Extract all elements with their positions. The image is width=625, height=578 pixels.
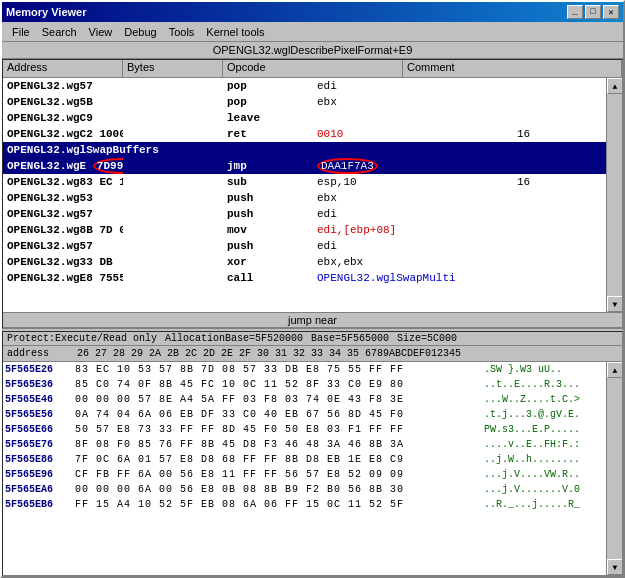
table-row[interactable]: OPENGL32.wg57 push edi [3, 206, 606, 222]
list-item[interactable]: 5F565E76 8F 08 F0 85 76 FF 8B 45 D8 F3 4… [3, 437, 606, 452]
menu-file[interactable]: File [6, 25, 36, 39]
list-item[interactable]: 5F565EB6 FF 15 A4 10 52 5F EB 08 6A 06 F… [3, 497, 606, 512]
table-row[interactable]: OPENGL32.wg57 push edi [3, 238, 606, 254]
list-item[interactable]: 5F565E86 7F 0C 6A 01 57 E8 D8 68 FF FF 8… [3, 452, 606, 467]
window-title: Memory Viewer [6, 6, 87, 18]
hex-cell-addr: 5F565E56 [5, 409, 75, 420]
list-item[interactable]: 5F565EA6 00 00 00 6A 00 56 E8 0B 08 8B B… [3, 482, 606, 497]
menu-tools[interactable]: Tools [163, 25, 201, 39]
hex-base: Base=5F565000 [311, 333, 389, 344]
hex-scroll-up[interactable]: ▲ [607, 362, 622, 378]
cell-operand: edi [313, 80, 513, 92]
cell-operand: 0010 [313, 128, 513, 140]
cell-addr: OPENGL32.wg5B [3, 96, 123, 108]
table-row[interactable]: OPENGL32.wg83 EC 10 sub esp,10 16 [3, 174, 606, 190]
cell-opcode: push [223, 192, 313, 204]
cell-comment: 16 [513, 128, 606, 140]
hex-content: 5F565E26 83 EC 10 53 57 8B 7D 08 57 33 D… [3, 362, 622, 575]
cell-opcode: ret [223, 128, 313, 140]
hex-cell-ascii: ..j.W..h........ [484, 454, 604, 465]
hex-cell-addr: 5F565E86 [5, 454, 75, 465]
scroll-track[interactable] [607, 94, 622, 296]
cell-opcode: call [223, 272, 313, 284]
cell-opcode: sub [223, 176, 313, 188]
hex-cell-ascii: ..R._...j.....R_ [484, 499, 604, 510]
cell-operand: OPENGL32.wglSwapMulti [313, 272, 513, 284]
cell-opcode: pop [223, 96, 313, 108]
cell-addr: OPENGL32.wgE8 7555FFFF [3, 272, 123, 284]
jump-near-bar: jump near [3, 312, 622, 328]
section-header-row: OPENGL32.wglSwapBuffers [3, 142, 606, 158]
minimize-button[interactable]: _ [567, 5, 583, 19]
hex-cell-addr: 5F565E66 [5, 424, 75, 435]
menu-debug[interactable]: Debug [118, 25, 162, 39]
header-opcode: Opcode [223, 60, 403, 77]
table-row[interactable]: OPENGL32.wg53 push ebx [3, 190, 606, 206]
hex-cell-bytes: 7F 0C 6A 01 57 E8 D8 68 FF FF 8B D8 EB 1… [75, 454, 484, 465]
cell-addr: OPENGL32.wg33 DB [3, 256, 123, 268]
cell-comment: 16 [513, 176, 606, 188]
hex-header: address 26 27 28 29 2A 2B 2C 2D 2E 2F 30… [3, 346, 622, 362]
jump-near-text: jump near [288, 314, 337, 326]
cell-addr: OPENGL32.wg53 [3, 192, 123, 204]
location-bar: OPENGL32.wglDescribePixelFormat+E9 [2, 42, 623, 59]
cell-opcode: leave [223, 112, 313, 124]
hex-cell-ascii: ...j.V....VW.R.. [484, 469, 604, 480]
disasm-rows[interactable]: OPENGL32.wg57 pop edi OPENGL32.wg5B pop … [3, 78, 606, 312]
hex-protect: Protect:Execute/Read only [7, 333, 157, 344]
hex-scrollbar[interactable]: ▲ ▼ [606, 362, 622, 575]
hex-cell-bytes: FF 15 A4 10 52 5F EB 08 6A 06 FF 15 0C 1… [75, 499, 484, 510]
cell-operand: DAA1F7A3 [313, 158, 513, 174]
hex-cell-addr: 5F565E76 [5, 439, 75, 450]
table-row[interactable]: OPENGL32.wg5B pop ebx [3, 94, 606, 110]
list-item[interactable]: 5F565E46 00 00 00 57 8E A4 5A FF 03 F8 0… [3, 392, 606, 407]
hex-cell-addr: 5F565E96 [5, 469, 75, 480]
cell-opcode: push [223, 240, 313, 252]
table-row-highlighted[interactable]: OPENGL32.wgE 7D994B7B jmp DAA1F7A3 [3, 158, 606, 174]
hex-cell-ascii: ..t..E....R.3... [484, 379, 604, 390]
close-button[interactable]: ✕ [603, 5, 619, 19]
table-row[interactable]: OPENGL32.wg33 DB xor ebx,ebx [3, 254, 606, 270]
hex-panel: Protect:Execute/Read only AllocationBase… [2, 331, 623, 576]
table-row[interactable]: OPENGL32.wg57 pop edi [3, 78, 606, 94]
hex-cell-bytes: 00 00 00 6A 00 56 E8 0B 08 8B B9 F2 B0 5… [75, 484, 484, 495]
cell-section: OPENGL32.wglSwapBuffers [3, 144, 606, 156]
hex-cell-addr: 5F565E26 [5, 364, 75, 375]
table-row[interactable]: OPENGL32.wg8B 7D 08 mov edi,[ebp+08] [3, 222, 606, 238]
operand-circle: DAA1F7A3 [317, 158, 378, 174]
menu-kernel-tools[interactable]: Kernel tools [200, 25, 270, 39]
menu-view[interactable]: View [83, 25, 119, 39]
hex-cell-bytes: 83 EC 10 53 57 8B 7D 08 57 33 DB E8 75 5… [75, 364, 484, 375]
title-bar-buttons: _ □ ✕ [567, 5, 619, 19]
scroll-down-arrow[interactable]: ▼ [607, 296, 622, 312]
location-text: OPENGL32.wglDescribePixelFormat+E9 [213, 44, 413, 56]
hex-cell-ascii: ....v..E..FH:F.: [484, 439, 604, 450]
list-item[interactable]: 5F565E26 83 EC 10 53 57 8B 7D 08 57 33 D… [3, 362, 606, 377]
menu-search[interactable]: Search [36, 25, 83, 39]
cell-opcode: push [223, 208, 313, 220]
hex-scroll-track[interactable] [607, 378, 622, 559]
hex-cell-addr: 5F565EB6 [5, 499, 75, 510]
hex-scroll-down[interactable]: ▼ [607, 559, 622, 575]
list-item[interactable]: 5F565E36 85 C0 74 0F 8B 45 FC 10 0C 11 5… [3, 377, 606, 392]
header-bytes: Bytes [123, 60, 223, 77]
list-item[interactable]: 5F565E66 50 57 E8 73 33 FF FF 8D 45 F0 5… [3, 422, 606, 437]
hex-cell-ascii: .t.j...3.@.gV.E. [484, 409, 604, 420]
memory-viewer-window: Memory Viewer _ □ ✕ File Search View Deb… [0, 0, 625, 578]
table-row[interactable]: OPENGL32.wgC2 1000 ret 0010 16 [3, 126, 606, 142]
hex-rows[interactable]: 5F565E26 83 EC 10 53 57 8B 7D 08 57 33 D… [3, 362, 606, 575]
hex-allocation: AllocationBase=5F520000 [165, 333, 303, 344]
table-row[interactable]: OPENGL32.wgE8 7555FFFF call OPENGL32.wgl… [3, 270, 606, 286]
disasm-content: OPENGL32.wg57 pop edi OPENGL32.wg5B pop … [3, 78, 622, 312]
cell-operand: ebx,ebx [313, 256, 513, 268]
hex-cell-bytes: 50 57 E8 73 33 FF FF 8D 45 F0 50 E8 03 F… [75, 424, 484, 435]
title-bar: Memory Viewer _ □ ✕ [2, 2, 623, 22]
table-row[interactable]: OPENGL32.wgC9 leave [3, 110, 606, 126]
cell-operand: edi [313, 208, 513, 220]
scroll-up-arrow[interactable]: ▲ [607, 78, 622, 94]
list-item[interactable]: 5F565E96 CF FB FF 6A 00 56 E8 11 FF FF 5… [3, 467, 606, 482]
cell-addr: OPENGL32.wgC9 [3, 112, 123, 124]
list-item[interactable]: 5F565E56 0A 74 04 6A 06 EB DF 33 C0 40 E… [3, 407, 606, 422]
maximize-button[interactable]: □ [585, 5, 601, 19]
disasm-scrollbar[interactable]: ▲ ▼ [606, 78, 622, 312]
